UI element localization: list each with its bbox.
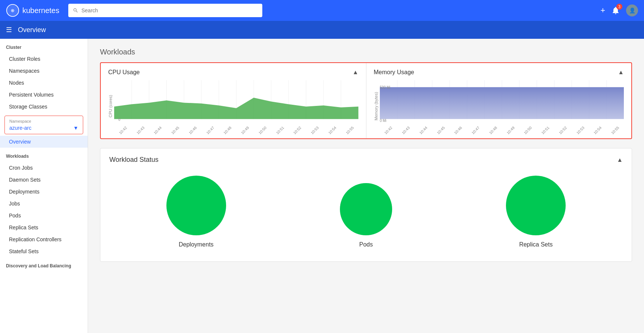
main-content: Workloads CPU Usage ▲ CPU (cores) xyxy=(88,39,644,333)
cpu-chart: CPU Usage ▲ CPU (cores) xyxy=(101,63,366,138)
app-logo: ⎈ kubernetes xyxy=(6,4,59,17)
memory-y-label: Memory (bytes) xyxy=(374,80,378,132)
sidebar-item-replica-sets[interactable]: Replica Sets xyxy=(0,222,88,233)
svg-rect-33 xyxy=(380,87,624,119)
svg-text:⎈: ⎈ xyxy=(11,7,15,13)
notification-badge: 3 xyxy=(616,4,622,10)
sidebar-item-jobs[interactable]: Jobs xyxy=(0,198,88,210)
menu-button[interactable]: ☰ xyxy=(6,26,12,34)
workloads-section-label: Workloads xyxy=(0,148,88,162)
workload-status-panel: Workload Status ▲ Deployments Pods Repli… xyxy=(100,148,632,262)
memory-chart-header: Memory Usage ▲ xyxy=(374,69,624,76)
pods-label: Pods xyxy=(359,241,373,248)
discovery-section-label: Discovery and Load Balancing xyxy=(0,257,88,271)
cluster-section-label: Cluster xyxy=(0,39,88,53)
sidebar-item-overview[interactable]: Overview xyxy=(0,136,88,148)
status-circles: Deployments Pods Replica Sets xyxy=(109,173,623,254)
replica-sets-circle xyxy=(506,176,566,235)
memory-chart-area: Memory (bytes) xyxy=(374,80,624,132)
topbar-actions: + 3 👤 xyxy=(600,4,638,16)
search-input[interactable] xyxy=(81,7,258,13)
cpu-y-label: CPU (cores) xyxy=(108,80,113,132)
sidebar-item-nodes[interactable]: Nodes xyxy=(0,77,88,89)
sidebar-item-pods[interactable]: Pods xyxy=(0,210,88,222)
namespace-label: Namespace xyxy=(9,119,78,123)
sidebar-item-persistent-volumes[interactable]: Persistent Volumes xyxy=(0,89,88,101)
cpu-chart-area: CPU (cores) xyxy=(108,80,359,132)
status-item-replica-sets: Replica Sets xyxy=(506,176,566,248)
sidebar-item-namespaces[interactable]: Namespaces xyxy=(0,65,88,77)
memory-chart-svg-wrap: 500 Mi 0 Mi xyxy=(380,80,624,127)
namespace-value[interactable]: azure-arc ▼ xyxy=(9,125,78,131)
memory-chart: Memory Usage ▲ Memory (bytes) xyxy=(366,63,632,138)
cpu-chart-title: CPU Usage xyxy=(108,69,140,76)
topbar: ⎈ kubernetes + 3 👤 xyxy=(0,0,644,21)
add-button[interactable]: + xyxy=(600,6,605,15)
workload-status-title: Workload Status xyxy=(109,156,159,164)
cpu-chart-inner: 0 10:42 10:43 10:44 10:45 10:46 10:47 10… xyxy=(114,80,359,132)
svg-text:0: 0 xyxy=(118,117,121,122)
svg-text:👤: 👤 xyxy=(629,7,636,14)
pods-circle xyxy=(340,183,392,235)
status-item-deployments: Deployments xyxy=(166,176,226,248)
sidebar-item-cron-jobs[interactable]: Cron Jobs xyxy=(0,162,88,174)
page-title: Overview xyxy=(18,26,46,34)
namespace-chevron-icon: ▼ xyxy=(73,125,78,131)
body-layout: Cluster Cluster Roles Namespaces Nodes P… xyxy=(0,39,644,333)
replica-sets-label: Replica Sets xyxy=(519,241,553,248)
cpu-chart-collapse-button[interactable]: ▲ xyxy=(353,69,359,76)
user-button[interactable]: 👤 xyxy=(626,4,638,16)
workloads-section-title: Workloads xyxy=(100,48,632,56)
memory-chart-inner: 500 Mi 0 Mi 10:42 10:43 10:44 10:45 10:4… xyxy=(380,80,624,132)
cpu-x-labels: 10:42 10:43 10:44 10:45 10:46 10:47 10:4… xyxy=(114,127,359,132)
sidebar-item-replication-controllers[interactable]: Replication Controllers xyxy=(0,233,88,245)
sidebar-item-deployments[interactable]: Deployments xyxy=(0,186,88,198)
user-icon: 👤 xyxy=(626,4,638,16)
charts-panel: CPU Usage ▲ CPU (cores) xyxy=(100,62,632,139)
svg-text:0 Mi: 0 Mi xyxy=(380,119,387,123)
sidebar-item-storage-classes[interactable]: Storage Classes xyxy=(0,101,88,113)
cpu-chart-svg-wrap: 0 xyxy=(114,80,359,127)
kubernetes-icon: ⎈ xyxy=(6,4,19,17)
workload-status-collapse-button[interactable]: ▲ xyxy=(617,157,623,163)
sidebar-item-daemon-sets[interactable]: Daemon Sets xyxy=(0,174,88,186)
deployments-circle xyxy=(166,176,226,235)
cpu-chart-header: CPU Usage ▲ xyxy=(108,69,359,76)
subheader: ☰ Overview xyxy=(0,21,644,39)
status-item-pods: Pods xyxy=(340,183,392,248)
memory-x-labels: 10:42 10:43 10:44 10:45 10:46 10:47 10:4… xyxy=(380,127,624,132)
namespace-selector[interactable]: Namespace azure-arc ▼ xyxy=(4,116,83,134)
memory-chart-title: Memory Usage xyxy=(374,69,414,76)
sidebar-item-stateful-sets[interactable]: Stateful Sets xyxy=(0,245,88,257)
sidebar: Cluster Cluster Roles Namespaces Nodes P… xyxy=(0,39,88,333)
workload-status-header: Workload Status ▲ xyxy=(109,156,623,164)
search-icon xyxy=(73,7,78,13)
svg-text:500 Mi: 500 Mi xyxy=(380,85,390,89)
sidebar-item-cluster-roles[interactable]: Cluster Roles xyxy=(0,53,88,65)
notification-button[interactable]: 3 xyxy=(611,6,620,15)
memory-chart-collapse-button[interactable]: ▲ xyxy=(618,69,624,76)
search-bar[interactable] xyxy=(68,4,262,17)
deployments-label: Deployments xyxy=(179,241,213,248)
